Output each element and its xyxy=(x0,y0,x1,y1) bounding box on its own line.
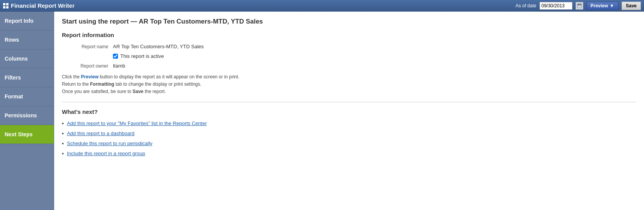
sidebar-item-permissions[interactable]: Permissions xyxy=(0,106,54,125)
main-content: Start using the report — AR Top Ten Cust… xyxy=(54,12,644,210)
sidebar-item-filters[interactable]: Filters xyxy=(0,68,54,87)
svg-rect-0 xyxy=(3,3,5,5)
report-owner-label: Report owner xyxy=(62,63,108,69)
sidebar-item-format[interactable]: Format xyxy=(0,87,54,106)
preview-text-highlight: Preview xyxy=(81,74,98,80)
whats-next-title: What's next? xyxy=(62,108,636,115)
list-item: Include this report in a report group xyxy=(62,151,636,157)
page-title: Start using the report — AR Top Ten Cust… xyxy=(62,18,636,25)
report-info-title: Report information xyxy=(62,32,636,38)
active-checkbox-label: This report is active xyxy=(120,53,164,59)
sidebar-item-next-steps[interactable]: Next Steps xyxy=(0,125,54,144)
section-divider xyxy=(62,102,636,102)
schedule-report-link[interactable]: Schedule this report to run periodically xyxy=(67,141,152,146)
as-of-date-label: As of date xyxy=(516,3,536,8)
report-owner-row: Report owner tlamb xyxy=(62,63,636,69)
list-item: Add this report to your "My Favorites" l… xyxy=(62,120,636,127)
info-text-block: Click the Preview button to display the … xyxy=(62,73,636,96)
whats-next-section: What's next? Add this report to your "My… xyxy=(62,108,636,157)
report-name-row: Report name AR Top Ten Customers-MTD, YT… xyxy=(62,44,636,49)
next-steps-list: Add this report to your "My Favorites" l… xyxy=(62,120,636,157)
grid-icon xyxy=(3,3,9,8)
svg-rect-6 xyxy=(578,3,579,5)
app-title: Financial Report Writer xyxy=(3,2,75,9)
add-to-favorites-link[interactable]: Add this report to your "My Favorites" l… xyxy=(67,120,207,126)
svg-rect-7 xyxy=(580,3,581,5)
active-checkbox[interactable] xyxy=(113,54,118,59)
sidebar-item-report-info[interactable]: Report Info xyxy=(0,12,54,30)
svg-rect-3 xyxy=(6,6,9,8)
header-controls: As of date Preview ▼ Save xyxy=(516,2,641,10)
svg-rect-2 xyxy=(3,6,5,8)
sidebar-item-rows[interactable]: Rows xyxy=(0,30,54,49)
sidebar-item-columns[interactable]: Columns xyxy=(0,49,54,68)
report-name-label: Report name xyxy=(62,44,108,49)
active-checkbox-row: This report is active xyxy=(113,53,636,59)
date-input[interactable] xyxy=(540,2,572,10)
main-layout: Report Info Rows Columns Filters Format … xyxy=(0,12,644,210)
report-info-section: Report information Report name AR Top Te… xyxy=(62,32,636,96)
include-in-group-link[interactable]: Include this report in a report group xyxy=(67,151,145,156)
calendar-icon[interactable] xyxy=(576,2,583,10)
save-button[interactable]: Save xyxy=(622,2,641,10)
preview-button[interactable]: Preview ▼ xyxy=(586,2,618,10)
formatting-text-highlight: Formatting xyxy=(90,81,114,87)
list-item: Schedule this report to run periodically xyxy=(62,141,636,147)
save-text-highlight: Save xyxy=(133,89,143,94)
add-to-dashboard-link[interactable]: Add this report to a dashboard xyxy=(67,130,135,136)
app-header: Financial Report Writer As of date Previ… xyxy=(0,0,644,12)
svg-rect-5 xyxy=(577,4,582,5)
report-name-value: AR Top Ten Customers-MTD, YTD Sales xyxy=(113,44,204,49)
report-owner-value: tlamb xyxy=(113,63,125,69)
svg-rect-1 xyxy=(6,3,9,5)
sidebar: Report Info Rows Columns Filters Format … xyxy=(0,12,54,210)
list-item: Add this report to a dashboard xyxy=(62,130,636,137)
